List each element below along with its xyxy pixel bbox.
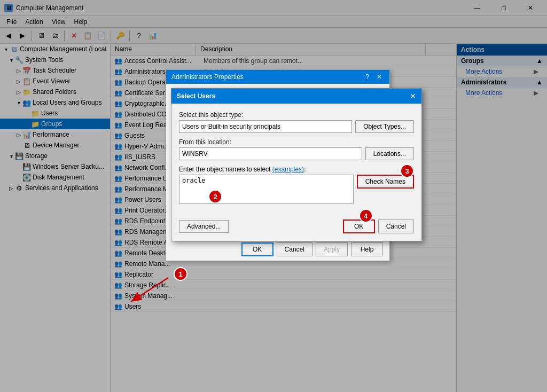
object-type-label: Select this object type: [179, 111, 414, 119]
admin-props-help-btn[interactable]: ? [363, 73, 371, 81]
select-users-dialog: Select Users ✕ Select this object type: … [171, 88, 422, 241]
admin-apply-button[interactable]: Apply [316, 242, 348, 256]
check-names-col: 3 Check Names [357, 175, 414, 211]
location-label: From this location: [179, 138, 414, 146]
object-type-row: Object Types... [179, 120, 414, 133]
object-names-input[interactable]: oracle [179, 175, 354, 204]
admin-props-close-btn[interactable]: ✕ [374, 73, 384, 81]
location-row: Locations... [179, 147, 414, 160]
select-users-body: Select this object type: Object Types...… [171, 104, 421, 241]
advanced-button[interactable]: Advanced... [179, 220, 229, 233]
select-users-title-bar: Select Users ✕ [171, 89, 421, 104]
admin-props-title: Administrators Properties [171, 73, 244, 81]
select-users-close-btn[interactable]: ✕ [410, 92, 416, 100]
object-names-container: oracle 2 3 Check Names [179, 175, 414, 211]
ok-cancel-row: 4 OK Cancel [343, 219, 414, 233]
object-types-button[interactable]: Object Types... [355, 120, 414, 133]
examples-link[interactable]: (examples) [272, 166, 304, 173]
enter-names-label: Enter the object names to select (exampl… [179, 166, 414, 173]
select-users-footer: Advanced... 4 OK Cancel [179, 216, 414, 233]
names-input-wrapper: oracle 2 [179, 175, 354, 211]
location-input[interactable] [179, 147, 362, 160]
names-input-row: oracle 2 3 Check Names [179, 175, 414, 211]
select-users-ok-button[interactable]: OK [343, 219, 375, 233]
select-users-cancel-button[interactable]: Cancel [378, 219, 414, 233]
admin-ok-button[interactable]: OK [241, 242, 274, 256]
admin-help-button[interactable]: Help [351, 242, 383, 256]
select-users-title-text: Select Users [177, 92, 215, 100]
admin-cancel-button[interactable]: Cancel [277, 242, 312, 256]
check-names-button[interactable]: Check Names [357, 175, 414, 189]
object-type-input[interactable] [179, 120, 352, 133]
locations-button[interactable]: Locations... [365, 147, 414, 160]
admin-props-title-bar: Administrators Properties ? ✕ [166, 70, 389, 84]
